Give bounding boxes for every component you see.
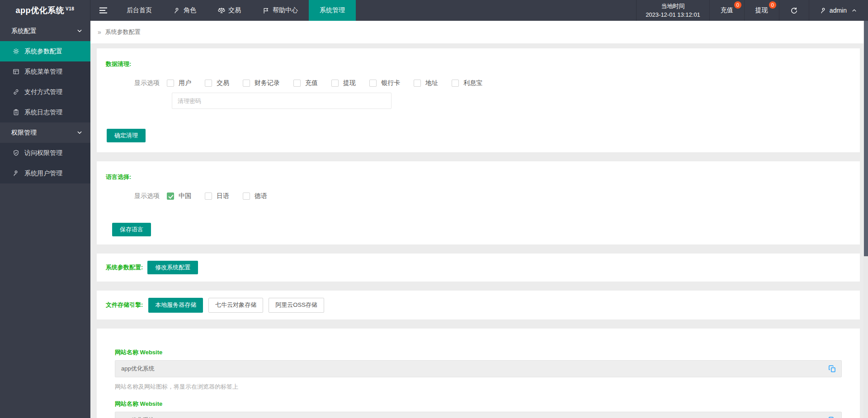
nav-item-help-center[interactable]: 帮助中心: [252, 0, 309, 21]
data-clean-options-row: 显示选项 用户 交易 财务记录 充值: [134, 79, 851, 87]
breadcrumb: » 系统参数配置: [90, 21, 868, 43]
sidebar-item-system-logs[interactable]: 系统日志管理: [0, 102, 90, 122]
breadcrumb-current: 系统参数配置: [105, 28, 141, 36]
checkbox-lang-china[interactable]: 中国: [167, 192, 191, 200]
website-name-input[interactable]: [115, 360, 842, 377]
user-icon: [13, 170, 19, 177]
sidebar-item-system-menu[interactable]: 系统菜单管理: [0, 61, 90, 82]
checkbox-box[interactable]: [167, 80, 174, 87]
user-menu[interactable]: admin: [809, 0, 868, 21]
website-name-field: [115, 360, 842, 377]
sidebar-item-system-users[interactable]: 系统用户管理: [0, 163, 90, 183]
checkbox-box[interactable]: [331, 80, 339, 87]
checkbox-box[interactable]: [293, 80, 301, 87]
checkbox-box[interactable]: [243, 80, 250, 87]
storage-aliyun-oss-button[interactable]: 阿里云OSS存储: [269, 298, 324, 313]
checkbox-box[interactable]: [205, 80, 212, 87]
checkbox-lang-german[interactable]: 德语: [243, 192, 267, 200]
hamburger-menu-icon[interactable]: [90, 0, 116, 21]
withdraw-button[interactable]: 提现 0: [744, 0, 779, 21]
copy-icon[interactable]: [828, 416, 836, 418]
nav-label: 交易: [228, 6, 241, 14]
checkbox-lang-japanese[interactable]: 日语: [205, 192, 229, 200]
checkbox-trades[interactable]: 交易: [205, 79, 229, 87]
person-icon: [174, 7, 180, 14]
sidebar-item-label: 系统参数配置: [24, 47, 62, 56]
sidebar-item-access-permissions[interactable]: 访问权限管理: [0, 143, 90, 163]
user-name: admin: [830, 7, 847, 14]
hamburger-icon: [99, 7, 107, 14]
chevron-up-icon: [851, 8, 857, 14]
local-time-label: 当地时间: [661, 2, 685, 10]
sidebar-item-system-params[interactable]: 系统参数配置: [0, 41, 90, 61]
checkbox-withdraw[interactable]: 提现: [331, 79, 356, 87]
website-name-input-2[interactable]: [115, 412, 842, 418]
main-area: » 系统参数配置 数据清理: 显示选项 用户 交易 财务记录: [90, 21, 868, 418]
checkbox-box[interactable]: [414, 80, 421, 87]
checkbox-label: 地址: [425, 79, 438, 87]
modify-system-config-button[interactable]: 修改系统配置: [147, 261, 198, 274]
checkbox-box[interactable]: [243, 193, 250, 200]
options-label: 显示选项: [134, 79, 160, 87]
sidebar-item-label: 访问权限管理: [24, 149, 62, 157]
checkbox-interest-treasure[interactable]: 利息宝: [452, 79, 482, 87]
data-clean-card: 数据清理: 显示选项 用户 交易 财务记录 充值: [97, 48, 860, 152]
checkbox-label: 用户: [179, 79, 191, 87]
app-logo[interactable]: app优化系统 V18: [0, 0, 90, 21]
refresh-icon: [790, 7, 798, 14]
page-scrollbar[interactable]: [863, 21, 868, 418]
checkbox-label: 中国: [179, 192, 191, 200]
sidebar: 系统配置 系统参数配置 系统菜单管理 支付方式管理 系统日志管理 权限管理: [0, 21, 90, 418]
sidebar-group-label: 系统配置: [11, 27, 37, 35]
checkbox-box[interactable]: [452, 80, 459, 87]
sidebar-item-label: 系统菜单管理: [24, 68, 62, 76]
refresh-button[interactable]: [779, 0, 809, 21]
checkbox-finance-records[interactable]: 财务记录: [243, 79, 280, 87]
checkbox-label: 提现: [343, 79, 356, 87]
gear-icon: [13, 48, 19, 55]
checkbox-label: 充值: [305, 79, 318, 87]
checkbox-label: 交易: [217, 79, 229, 87]
checkbox-box[interactable]: [369, 80, 377, 87]
chevron-down-icon: [76, 129, 83, 136]
top-nav: 后台首页 角色 交易 帮助中心 系统管理: [116, 0, 356, 21]
sidebar-item-label: 系统日志管理: [24, 108, 62, 117]
nav-item-dashboard[interactable]: 后台首页: [116, 0, 163, 21]
checkbox-box-checked[interactable]: [167, 193, 174, 200]
website-name-label: 网站名称 Website: [115, 348, 842, 357]
copy-icon[interactable]: [828, 365, 836, 373]
confirm-clean-button[interactable]: 确定清理: [107, 129, 146, 142]
language-title: 语言选择:: [106, 173, 851, 181]
link-icon: [13, 89, 19, 95]
checkbox-users[interactable]: 用户: [167, 79, 191, 87]
scrollbar-thumb[interactable]: [864, 21, 868, 256]
save-language-button[interactable]: 保存语言: [112, 223, 151, 236]
app-logo-text: app优化系统: [16, 5, 65, 16]
person-icon: [820, 7, 827, 14]
website-name-help: 网站名称及网站图标，将显示在浏览器的标签上: [115, 383, 842, 391]
language-card: 语言选择: 显示选项 中国 日语 德语 保存语言: [97, 161, 860, 244]
recharge-label: 充值: [721, 6, 733, 14]
checkbox-box[interactable]: [205, 193, 212, 200]
system-config-title: 系统参数配置:: [106, 263, 143, 272]
storage-qiniu-button[interactable]: 七牛云对象存储: [208, 298, 263, 313]
nav-item-system-management[interactable]: 系统管理: [309, 0, 356, 21]
nav-item-roles[interactable]: 角色: [163, 0, 207, 21]
local-time-value: 2023-12-01 13:12:01: [646, 10, 700, 19]
website-name-label-2: 网站名称 Website: [115, 400, 842, 408]
sidebar-group-system-config[interactable]: 系统配置: [0, 21, 90, 41]
sidebar-item-payment-methods[interactable]: 支付方式管理: [0, 82, 90, 102]
recharge-button[interactable]: 充值 0: [709, 0, 744, 21]
checkbox-recharge[interactable]: 充值: [293, 79, 318, 87]
checkbox-label: 德语: [255, 192, 267, 200]
checkbox-address[interactable]: 地址: [414, 79, 438, 87]
nav-item-trade[interactable]: 交易: [207, 0, 252, 21]
clean-password-input[interactable]: [172, 93, 392, 109]
top-header: app优化系统 V18 后台首页 角色 交易 帮助中心: [0, 0, 868, 21]
nav-label: 系统管理: [320, 6, 345, 14]
language-options-row: 显示选项 中国 日语 德语: [134, 192, 851, 200]
checkbox-bank-card[interactable]: 银行卡: [369, 79, 400, 87]
scales-icon: [218, 7, 225, 14]
sidebar-group-permissions[interactable]: 权限管理: [0, 122, 90, 143]
storage-local-button[interactable]: 本地服务器存储: [148, 298, 203, 313]
